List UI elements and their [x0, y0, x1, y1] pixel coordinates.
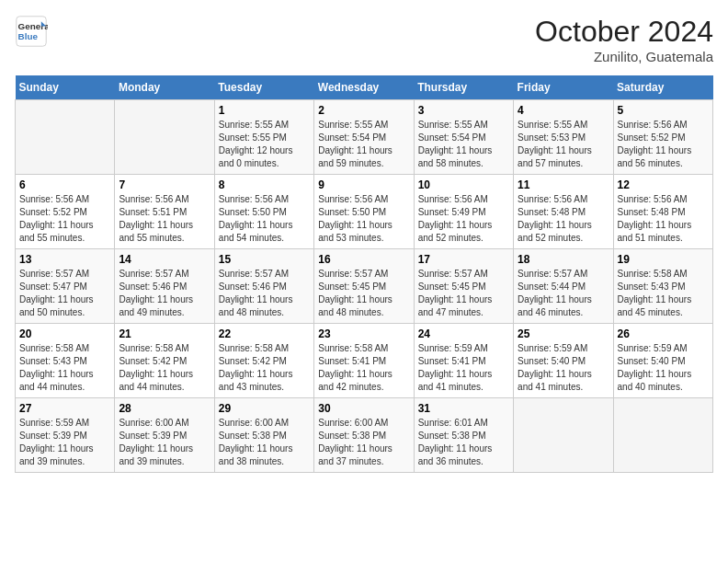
calendar-cell: 2Sunrise: 5:55 AM Sunset: 5:54 PM Daylig…	[314, 100, 414, 175]
calendar-cell: 9Sunrise: 5:56 AM Sunset: 5:50 PM Daylig…	[314, 175, 414, 249]
weekday-header-tuesday: Tuesday	[214, 75, 313, 100]
day-info: Sunrise: 5:55 AM Sunset: 5:54 PM Dayligh…	[318, 119, 409, 170]
calendar-cell: 31Sunrise: 6:01 AM Sunset: 5:38 PM Dayli…	[414, 398, 513, 473]
day-info: Sunrise: 5:57 AM Sunset: 5:47 PM Dayligh…	[19, 268, 110, 319]
calendar-cell: 13Sunrise: 5:57 AM Sunset: 5:47 PM Dayli…	[16, 249, 115, 324]
title-block: October 2024 Zunilito, Guatemala	[535, 15, 713, 64]
day-number: 3	[418, 104, 509, 117]
day-number: 16	[318, 253, 409, 266]
calendar-cell: 12Sunrise: 5:56 AM Sunset: 5:48 PM Dayli…	[613, 175, 712, 249]
day-number: 25	[518, 327, 609, 340]
day-info: Sunrise: 5:59 AM Sunset: 5:40 PM Dayligh…	[618, 342, 709, 394]
day-number: 22	[219, 327, 310, 340]
day-number: 27	[19, 402, 110, 415]
day-number: 14	[119, 253, 210, 266]
calendar-cell: 4Sunrise: 5:55 AM Sunset: 5:53 PM Daylig…	[514, 100, 613, 175]
calendar-cell	[16, 100, 115, 175]
weekday-header-thursday: Thursday	[414, 75, 513, 100]
day-number: 24	[418, 327, 509, 340]
weekday-header-row: SundayMondayTuesdayWednesdayThursdayFrid…	[16, 75, 713, 100]
day-number: 8	[219, 178, 310, 191]
day-number: 11	[518, 178, 609, 191]
calendar-cell: 19Sunrise: 5:58 AM Sunset: 5:43 PM Dayli…	[613, 249, 712, 324]
calendar-cell: 14Sunrise: 5:57 AM Sunset: 5:46 PM Dayli…	[115, 249, 214, 324]
calendar-cell: 29Sunrise: 6:00 AM Sunset: 5:38 PM Dayli…	[214, 398, 313, 473]
day-info: Sunrise: 5:57 AM Sunset: 5:45 PM Dayligh…	[418, 268, 509, 319]
calendar-cell: 7Sunrise: 5:56 AM Sunset: 5:51 PM Daylig…	[115, 175, 214, 249]
day-number: 9	[318, 178, 409, 191]
calendar-week-row: 27Sunrise: 5:59 AM Sunset: 5:39 PM Dayli…	[16, 398, 713, 473]
day-info: Sunrise: 5:56 AM Sunset: 5:50 PM Dayligh…	[219, 193, 310, 245]
day-info: Sunrise: 5:58 AM Sunset: 5:42 PM Dayligh…	[119, 342, 210, 394]
day-number: 12	[618, 178, 709, 191]
day-number: 7	[119, 178, 210, 191]
calendar-cell: 23Sunrise: 5:58 AM Sunset: 5:41 PM Dayli…	[314, 324, 414, 398]
calendar-cell	[115, 100, 214, 175]
day-number: 28	[119, 402, 210, 415]
day-info: Sunrise: 5:56 AM Sunset: 5:48 PM Dayligh…	[518, 193, 609, 245]
day-info: Sunrise: 5:55 AM Sunset: 5:55 PM Dayligh…	[219, 119, 310, 170]
day-info: Sunrise: 5:58 AM Sunset: 5:43 PM Dayligh…	[19, 342, 110, 394]
weekday-header-monday: Monday	[115, 75, 214, 100]
calendar-cell: 16Sunrise: 5:57 AM Sunset: 5:45 PM Dayli…	[314, 249, 414, 324]
day-info: Sunrise: 5:59 AM Sunset: 5:40 PM Dayligh…	[518, 342, 609, 394]
day-info: Sunrise: 5:57 AM Sunset: 5:45 PM Dayligh…	[318, 268, 409, 319]
calendar-cell: 22Sunrise: 5:58 AM Sunset: 5:42 PM Dayli…	[214, 324, 313, 398]
calendar-cell: 28Sunrise: 6:00 AM Sunset: 5:39 PM Dayli…	[115, 398, 214, 473]
day-info: Sunrise: 5:57 AM Sunset: 5:44 PM Dayligh…	[518, 268, 609, 319]
day-info: Sunrise: 5:57 AM Sunset: 5:46 PM Dayligh…	[219, 268, 310, 319]
page-subtitle: Zunilito, Guatemala	[535, 49, 713, 64]
calendar-cell	[613, 398, 712, 473]
calendar-cell: 30Sunrise: 6:00 AM Sunset: 5:38 PM Dayli…	[314, 398, 414, 473]
calendar-cell: 15Sunrise: 5:57 AM Sunset: 5:46 PM Dayli…	[214, 249, 313, 324]
calendar-cell: 27Sunrise: 5:59 AM Sunset: 5:39 PM Dayli…	[16, 398, 115, 473]
calendar-cell: 21Sunrise: 5:58 AM Sunset: 5:42 PM Dayli…	[115, 324, 214, 398]
day-number: 23	[318, 327, 409, 340]
logo: General Blue	[15, 15, 48, 48]
day-info: Sunrise: 5:56 AM Sunset: 5:52 PM Dayligh…	[19, 193, 110, 245]
day-info: Sunrise: 5:56 AM Sunset: 5:51 PM Dayligh…	[119, 193, 210, 245]
day-number: 10	[418, 178, 509, 191]
calendar-cell: 1Sunrise: 5:55 AM Sunset: 5:55 PM Daylig…	[214, 100, 313, 175]
day-info: Sunrise: 5:55 AM Sunset: 5:54 PM Dayligh…	[418, 119, 509, 170]
day-number: 20	[19, 327, 110, 340]
day-info: Sunrise: 5:56 AM Sunset: 5:50 PM Dayligh…	[318, 193, 409, 245]
calendar-week-row: 6Sunrise: 5:56 AM Sunset: 5:52 PM Daylig…	[16, 175, 713, 249]
calendar-week-row: 13Sunrise: 5:57 AM Sunset: 5:47 PM Dayli…	[16, 249, 713, 324]
day-info: Sunrise: 6:00 AM Sunset: 5:39 PM Dayligh…	[119, 417, 210, 468]
day-info: Sunrise: 5:58 AM Sunset: 5:42 PM Dayligh…	[219, 342, 310, 394]
day-number: 18	[518, 253, 609, 266]
page-header: General Blue October 2024 Zunilito, Guat…	[15, 15, 713, 64]
day-info: Sunrise: 5:56 AM Sunset: 5:49 PM Dayligh…	[418, 193, 509, 245]
calendar-cell: 17Sunrise: 5:57 AM Sunset: 5:45 PM Dayli…	[414, 249, 513, 324]
day-number: 2	[318, 104, 409, 117]
weekday-header-wednesday: Wednesday	[314, 75, 414, 100]
day-info: Sunrise: 5:56 AM Sunset: 5:52 PM Dayligh…	[618, 119, 709, 170]
day-number: 6	[19, 178, 110, 191]
calendar-cell: 3Sunrise: 5:55 AM Sunset: 5:54 PM Daylig…	[414, 100, 513, 175]
day-info: Sunrise: 5:58 AM Sunset: 5:43 PM Dayligh…	[618, 268, 709, 319]
day-number: 21	[119, 327, 210, 340]
calendar-cell: 6Sunrise: 5:56 AM Sunset: 5:52 PM Daylig…	[16, 175, 115, 249]
calendar-cell: 25Sunrise: 5:59 AM Sunset: 5:40 PM Dayli…	[514, 324, 613, 398]
day-number: 31	[418, 402, 509, 415]
day-number: 13	[19, 253, 110, 266]
day-number: 5	[618, 104, 709, 117]
day-number: 15	[219, 253, 310, 266]
calendar-cell: 24Sunrise: 5:59 AM Sunset: 5:41 PM Dayli…	[414, 324, 513, 398]
calendar-cell: 8Sunrise: 5:56 AM Sunset: 5:50 PM Daylig…	[214, 175, 313, 249]
weekday-header-sunday: Sunday	[16, 75, 115, 100]
day-number: 4	[518, 104, 609, 117]
calendar-week-row: 1Sunrise: 5:55 AM Sunset: 5:55 PM Daylig…	[16, 100, 713, 175]
day-info: Sunrise: 5:55 AM Sunset: 5:53 PM Dayligh…	[518, 119, 609, 170]
weekday-header-saturday: Saturday	[613, 75, 712, 100]
day-info: Sunrise: 5:59 AM Sunset: 5:41 PM Dayligh…	[418, 342, 509, 394]
calendar-table: SundayMondayTuesdayWednesdayThursdayFrid…	[15, 75, 713, 473]
day-number: 19	[618, 253, 709, 266]
day-number: 30	[318, 402, 409, 415]
day-info: Sunrise: 5:59 AM Sunset: 5:39 PM Dayligh…	[19, 417, 110, 468]
calendar-cell: 26Sunrise: 5:59 AM Sunset: 5:40 PM Dayli…	[613, 324, 712, 398]
calendar-cell: 10Sunrise: 5:56 AM Sunset: 5:49 PM Dayli…	[414, 175, 513, 249]
logo-icon: General Blue	[15, 15, 48, 48]
calendar-cell: 20Sunrise: 5:58 AM Sunset: 5:43 PM Dayli…	[16, 324, 115, 398]
